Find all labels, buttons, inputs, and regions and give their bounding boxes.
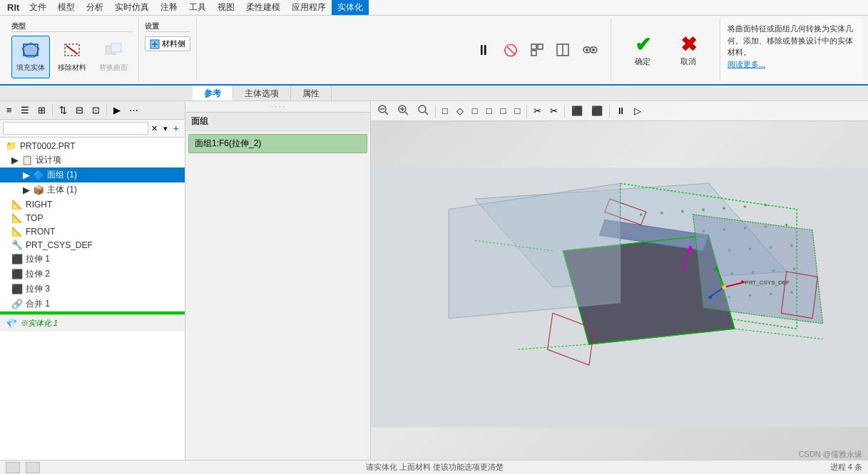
type-group-label: 类型 (11, 21, 133, 32)
vp-cut2-btn[interactable]: ✂ (546, 103, 561, 118)
menu-annotation[interactable]: 注释 (155, 0, 183, 15)
ribbon-spacer (197, 19, 464, 81)
split-btn[interactable] (552, 40, 573, 60)
tree-sort-btn[interactable]: ⇅ (56, 103, 71, 118)
search-dropdown-btn[interactable]: ▾ (160, 123, 170, 134)
eyes-btn[interactable] (578, 40, 602, 60)
menu-solidify[interactable]: 实体化 (332, 0, 369, 15)
vp-shader-btn[interactable]: ⬛ (568, 103, 586, 118)
svg-point-28 (640, 213, 643, 216)
pause-btn[interactable]: ⏸ (472, 40, 495, 60)
tree-show-btn[interactable]: ⊡ (88, 103, 103, 118)
search-input[interactable] (3, 122, 148, 135)
menu-simulation[interactable]: 实时仿真 (109, 0, 155, 15)
tree-item-top[interactable]: 📐 TOP (0, 211, 185, 225)
top-label: TOP (26, 213, 43, 223)
cancel-btn[interactable]: ✖ 取消 (668, 29, 708, 71)
left-panel: ≡ ☰ ⊞ ⇅ ⊟ ⊡ ▶ ⋯ ✕ ▾ + 📁 PRT0002.PRT ▶ (0, 101, 185, 474)
search-add-btn[interactable]: + (170, 122, 182, 135)
statusbar-center: 请实体化 上面材料 使该功能选项更清楚 (366, 462, 504, 473)
vp-cut1-btn[interactable]: ✂ (530, 103, 545, 118)
vp-zoom-in-btn[interactable] (394, 102, 412, 120)
cancel-label: 取消 (680, 56, 696, 67)
subtab-reference[interactable]: 参考 (193, 86, 233, 101)
material-side-label: 材料侧 (162, 38, 185, 49)
remove-material-label: 移除材料 (58, 63, 86, 73)
material-side-btn[interactable]: 材料侧 (145, 36, 190, 51)
viewport[interactable]: □ ◇ □ □ □ □ ✂ ✂ ⬛ ⬛ ⏸ ▷ (371, 101, 868, 474)
menu-analysis[interactable]: 分析 (81, 0, 109, 15)
tree-item-right[interactable]: 📐 RIGHT (0, 197, 185, 211)
subtab-body-options[interactable]: 主体选项 (233, 86, 291, 101)
tree-item-merge[interactable]: 🔗 合并 1 (0, 297, 185, 311)
vp-fit-btn[interactable]: □ (483, 103, 496, 118)
ribbon-info-panel: 将曲面特征或面组几何转换为实体几何。添加、移除或替换设计中的实体材料。 阅读更多… (720, 19, 862, 81)
fill-solid-btn[interactable]: 填充实体 (11, 36, 50, 78)
root-label: PRT0002.PRT (20, 141, 76, 151)
vp-play-btn[interactable]: ▷ (630, 103, 645, 118)
confirm-icon: ✔ (635, 33, 651, 56)
right-area: · · · · 面组 面组1:F6(拉伸_2) □ ◇ (185, 101, 868, 474)
face-group-item[interactable]: 面组1:F6(拉伸_2) (188, 134, 367, 153)
tree-item-extrude3[interactable]: ⬛ 拉伸 3 (0, 282, 185, 297)
status-icon-1[interactable] (6, 462, 20, 473)
drag-handle[interactable]: · · · · (185, 101, 370, 113)
status-icon-2[interactable] (26, 462, 40, 473)
model-tree: 📁 PRT0002.PRT ▶ 📋 设计项 ▶ 🔷 面组 (1) ▶ 📦 主体 … (0, 138, 185, 474)
search-row: ✕ ▾ + (0, 120, 185, 138)
tree-list-btn[interactable]: ☰ (17, 103, 33, 118)
merge-icon: 🔗 (11, 299, 23, 309)
tree-item-front[interactable]: 📐 FRONT (0, 225, 185, 238)
tree-grid-btn[interactable]: ⊞ (34, 103, 49, 118)
vp-wireframe-btn[interactable]: ⬛ (588, 103, 606, 118)
svg-point-34 (765, 204, 767, 207)
vp-perspective-btn[interactable]: □ (497, 103, 510, 118)
search-clear-btn[interactable]: ✕ (148, 123, 160, 134)
tree-expand-btn[interactable]: ≡ (3, 103, 16, 118)
menu-flex[interactable]: 柔性建模 (240, 0, 286, 15)
subtab-properties[interactable]: 属性 (291, 86, 332, 101)
right-label: RIGHT (26, 200, 52, 210)
vp-pause2-btn[interactable]: ⏸ (613, 103, 629, 118)
svg-point-30 (681, 210, 684, 213)
vp-rotate-btn[interactable]: □ (439, 103, 451, 118)
tree-item-extrude1[interactable]: ⬛ 拉伸 1 (0, 252, 185, 267)
replace-surface-btn[interactable]: 替换曲面 (94, 36, 133, 78)
menu-tools[interactable]: 工具 (183, 0, 212, 15)
material-side-row: 材料侧 (145, 36, 190, 51)
solidify-icon: 💎 (6, 318, 17, 329)
extrude2-label: 拉伸 2 (26, 268, 50, 280)
statusbar: 请实体化 上面材料 使该功能选项更清楚 进程 4 条 (0, 460, 868, 474)
tree-item-extrude2[interactable]: ⬛ 拉伸 2 (0, 267, 185, 282)
block-btn[interactable]: 🚫 (499, 40, 522, 60)
tree-item-csys[interactable]: 🔧 PRT_CSYS_DEF (0, 238, 185, 252)
tree-more-btn[interactable]: ⋯ (126, 103, 142, 118)
front-label: FRONT (26, 227, 55, 237)
vp-zoom-btn[interactable]: □ (469, 103, 481, 118)
tree-item-facegroup[interactable]: ▶ 🔷 面组 (1) (0, 168, 185, 182)
svg-marker-67 (693, 215, 823, 324)
menu-model[interactable]: 模型 (52, 0, 81, 15)
confirm-btn[interactable]: ✔ 确定 (623, 29, 663, 71)
tree-item-design[interactable]: ▶ 📋 设计项 (0, 153, 185, 168)
menu-view[interactable]: 视图 (212, 0, 240, 15)
vp-zoom-fit-btn[interactable] (414, 102, 432, 120)
vp-pan-btn[interactable]: ◇ (453, 103, 467, 118)
face-group-section-label: 面组 (185, 113, 370, 131)
menu-file[interactable]: 文件 (24, 0, 52, 15)
vp-sep1 (435, 105, 436, 118)
remove-material-btn[interactable]: 移除材料 (53, 36, 91, 78)
tree-forward-btn[interactable]: ▶ (110, 103, 124, 118)
extrude3-label: 拉伸 3 (26, 283, 50, 295)
vp-zoom-out-btn[interactable] (374, 102, 392, 120)
material-side-icon (150, 39, 160, 49)
replace-surface-icon (103, 41, 123, 61)
read-more-link[interactable]: 阅读更多... (727, 60, 765, 68)
tree-columns-btn[interactable]: ⊟ (72, 103, 87, 118)
tree-root[interactable]: 📁 PRT0002.PRT (0, 139, 185, 153)
menu-apps[interactable]: 应用程序 (286, 0, 332, 15)
settings-group-label: 设置 (145, 21, 190, 32)
vp-section-btn[interactable]: □ (511, 103, 524, 118)
expand-btn[interactable] (526, 40, 548, 60)
tree-item-body[interactable]: ▶ 📦 主体 (1) (0, 182, 185, 197)
